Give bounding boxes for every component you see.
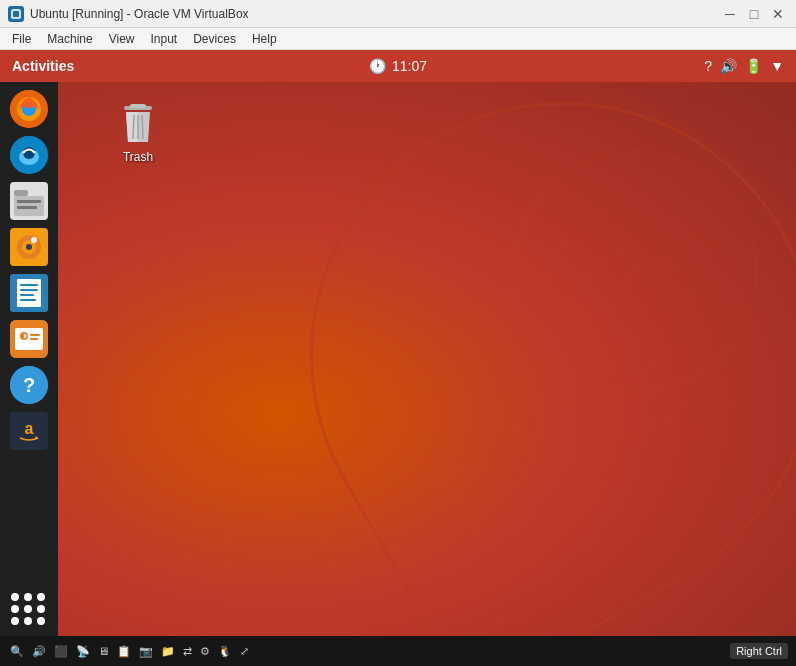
status-display-icon[interactable]: 🖥 xyxy=(96,645,111,657)
trash-icon[interactable]: Trash xyxy=(108,102,168,164)
right-ctrl-button[interactable]: Right Ctrl xyxy=(730,643,788,659)
status-expand-icon[interactable]: ⤢ xyxy=(238,645,251,658)
dock-item-help[interactable]: ? xyxy=(8,364,50,406)
amazon-icon: a xyxy=(10,412,48,450)
status-snap-icon[interactable]: 📷 xyxy=(137,645,155,658)
ubuntu-topbar: Activities 🕐 11:07 ? 🔊 🔋 ▼ xyxy=(0,50,796,82)
svg-text:a: a xyxy=(25,420,34,437)
writer-icon xyxy=(10,274,48,312)
svg-rect-28 xyxy=(30,334,40,336)
software-icon xyxy=(10,320,48,358)
svg-rect-23 xyxy=(20,294,34,296)
minimize-button[interactable]: ─ xyxy=(720,4,740,24)
clock-display: 🕐 11:07 xyxy=(369,58,427,74)
menu-machine[interactable]: Machine xyxy=(39,30,100,48)
dock-item-firefox[interactable] xyxy=(8,88,50,130)
system-menu-icon[interactable]: ▼ xyxy=(770,58,784,74)
svg-rect-21 xyxy=(20,284,38,286)
status-clipboard-icon[interactable]: 📋 xyxy=(115,645,133,658)
status-network-icon[interactable]: 📡 xyxy=(74,645,92,658)
menu-view[interactable]: View xyxy=(101,30,143,48)
trash-svg xyxy=(118,102,158,146)
clock-time: 11:07 xyxy=(392,58,427,74)
dock-show-apps[interactable] xyxy=(8,588,50,630)
menu-devices[interactable]: Devices xyxy=(185,30,244,48)
status-right: Right Ctrl xyxy=(726,643,788,659)
dock-item-rhythmbox[interactable] xyxy=(8,226,50,268)
menu-help[interactable]: Help xyxy=(244,30,285,48)
restore-button[interactable]: □ xyxy=(744,4,764,24)
trash-image xyxy=(118,102,158,146)
statusbar: 🔍 🔊 ⬛ 📡 🖥 📋 📷 📁 ⇄ ⚙ 🐧 ⤢ Right Ctrl xyxy=(0,636,796,666)
clock-icon: 🕐 xyxy=(369,58,386,74)
svg-text:?: ? xyxy=(23,374,35,396)
dock-item-thunderbird[interactable] xyxy=(8,134,50,176)
svg-point-36 xyxy=(651,242,681,272)
menu-file[interactable]: File xyxy=(4,30,39,48)
dock-item-writer[interactable] xyxy=(8,272,50,314)
svg-point-17 xyxy=(26,244,32,250)
app-icon xyxy=(8,6,24,22)
filemanager-icon xyxy=(10,182,48,220)
svg-rect-13 xyxy=(17,206,37,209)
status-search-icon[interactable]: 🔍 xyxy=(8,645,26,658)
menu-input[interactable]: Input xyxy=(143,30,186,48)
svg-rect-20 xyxy=(17,279,41,307)
dock-item-amazon[interactable]: a xyxy=(8,410,50,452)
help-status-icon[interactable]: ? xyxy=(704,58,712,74)
help-icon: ? xyxy=(10,366,48,404)
rhythmbox-icon xyxy=(10,228,48,266)
desktop-main: ? a xyxy=(0,82,796,636)
svg-line-41 xyxy=(142,115,143,139)
topbar-right: ? 🔊 🔋 ▼ xyxy=(704,58,784,74)
titlebar: Ubuntu [Running] - Oracle VM VirtualBox … xyxy=(0,0,796,28)
activities-button[interactable]: Activities xyxy=(12,58,74,74)
svg-point-18 xyxy=(31,237,37,243)
menubar: File Machine View Input Devices Help xyxy=(0,28,796,50)
status-usb-icon[interactable]: ⬛ xyxy=(52,645,70,658)
volume-icon[interactable]: 🔊 xyxy=(720,58,737,74)
status-ubuntu-icon[interactable]: 🐧 xyxy=(216,645,234,658)
svg-rect-2 xyxy=(13,11,19,17)
svg-rect-24 xyxy=(20,299,36,301)
window-title: Ubuntu [Running] - Oracle VM VirtualBox xyxy=(30,7,720,21)
window-controls: ─ □ ✕ xyxy=(720,4,788,24)
ubuntu-dock: ? a xyxy=(0,82,58,636)
status-folder-icon[interactable]: 📁 xyxy=(159,645,177,658)
status-arrows-icon[interactable]: ⇄ xyxy=(181,645,194,658)
status-speaker-icon[interactable]: 🔊 xyxy=(30,645,48,658)
status-settings-icon[interactable]: ⚙ xyxy=(198,645,212,658)
apps-grid-icon xyxy=(8,588,50,630)
close-button[interactable]: ✕ xyxy=(768,4,788,24)
svg-line-39 xyxy=(133,115,134,139)
thunderbird-icon xyxy=(10,136,48,174)
firefox-icon xyxy=(10,90,48,128)
trash-label: Trash xyxy=(123,150,153,164)
ubuntu-watermark xyxy=(356,92,776,612)
battery-icon[interactable]: 🔋 xyxy=(745,58,762,74)
virtualbox-window: Ubuntu [Running] - Oracle VM VirtualBox … xyxy=(0,0,796,666)
svg-point-35 xyxy=(556,192,716,352)
dock-item-software[interactable] xyxy=(8,318,50,360)
dock-item-files[interactable] xyxy=(8,180,50,222)
svg-rect-26 xyxy=(15,328,43,350)
svg-rect-38 xyxy=(130,104,146,108)
svg-rect-29 xyxy=(30,338,38,340)
desktop-background[interactable]: Trash xyxy=(58,82,796,636)
svg-point-34 xyxy=(516,152,756,392)
svg-rect-22 xyxy=(20,289,38,291)
svg-rect-10 xyxy=(14,190,28,196)
ubuntu-desktop: Activities 🕐 11:07 ? 🔊 🔋 ▼ xyxy=(0,50,796,666)
svg-rect-12 xyxy=(17,200,41,203)
